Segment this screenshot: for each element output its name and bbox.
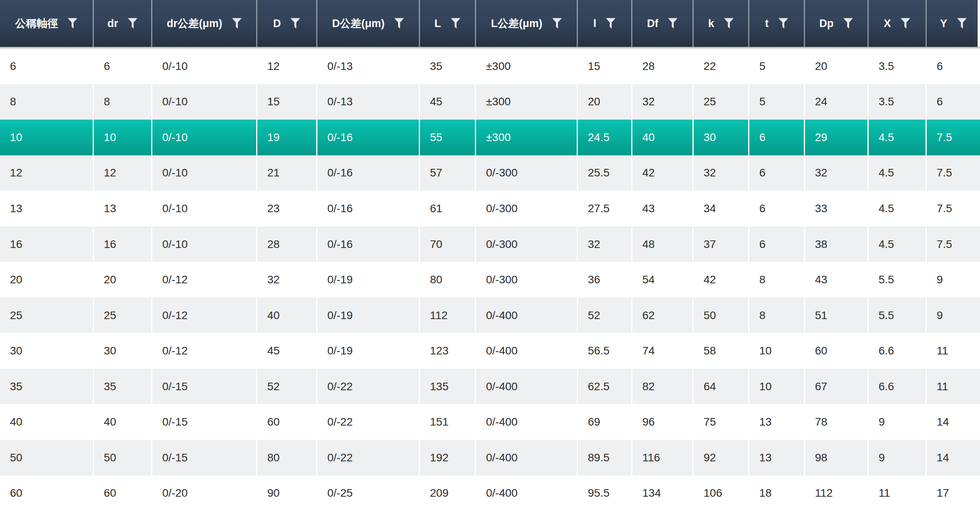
table-row[interactable]: 35350/-15520/-221350/-40062.5826410676.6… xyxy=(0,369,980,405)
column-header[interactable]: l xyxy=(578,0,632,47)
table-cell: 32 xyxy=(578,226,632,262)
table-cell: 6 xyxy=(749,226,805,262)
table-row[interactable]: 16160/-10280/-16700/-3003248376384.57.5 xyxy=(0,226,980,262)
table-cell: 43 xyxy=(805,262,869,298)
column-header[interactable]: dr xyxy=(94,0,152,47)
table-cell: 82 xyxy=(632,369,694,405)
table-cell: 0/-300 xyxy=(476,191,578,226)
table-cell: 32 xyxy=(257,262,317,298)
table-cell: 58 xyxy=(694,333,749,369)
funnel-icon[interactable] xyxy=(394,18,404,29)
table-cell: 10 xyxy=(0,120,94,155)
table-cell: 16 xyxy=(0,226,94,262)
table-row[interactable]: 12120/-10210/-16570/-30025.542326324.57.… xyxy=(0,155,980,191)
table-row[interactable]: 20200/-12320/-19800/-3003654428435.59 xyxy=(0,262,980,298)
table-cell: 0/-300 xyxy=(476,262,578,298)
table-cell: 60 xyxy=(805,333,869,369)
table-cell: 54 xyxy=(632,262,694,298)
funnel-icon[interactable] xyxy=(451,18,461,29)
column-header[interactable]: Df xyxy=(632,0,694,47)
table-cell: 0/-10 xyxy=(152,191,257,226)
table-cell: 6 xyxy=(749,191,805,226)
table-cell: 6.6 xyxy=(869,333,927,369)
table-cell: 70 xyxy=(420,226,476,262)
table-row-selected[interactable]: 10100/-10190/-1655±30024.540306294.57.5 xyxy=(0,120,980,155)
funnel-icon[interactable] xyxy=(778,18,788,29)
funnel-icon[interactable] xyxy=(290,18,300,29)
column-header-label: l xyxy=(593,17,597,30)
table-cell: 32 xyxy=(805,155,869,191)
table-row[interactable]: 880/-10150/-1345±3002032255243.56 xyxy=(0,84,980,120)
table-row[interactable]: 13130/-10230/-16610/-30027.543346334.57.… xyxy=(0,191,980,226)
table-cell: 3.5 xyxy=(869,48,927,84)
table-cell: ±300 xyxy=(476,48,578,84)
column-header[interactable]: 公稱軸徑 xyxy=(0,0,94,47)
table-cell: 0/-400 xyxy=(476,333,578,369)
column-header[interactable]: D公差(μm) xyxy=(317,0,420,47)
funnel-icon[interactable] xyxy=(724,18,734,29)
column-header-label: Y xyxy=(940,17,947,30)
table-cell: 0/-19 xyxy=(317,333,420,369)
table-cell: 9 xyxy=(869,404,927,440)
column-header[interactable]: X xyxy=(869,0,927,47)
column-header[interactable]: L公差(μm) xyxy=(476,0,578,47)
column-header[interactable]: D xyxy=(257,0,317,47)
column-header[interactable]: Dp xyxy=(805,0,869,47)
table-cell: 30 xyxy=(694,120,749,155)
table-row[interactable]: 660/-10120/-1335±3001528225203.56 xyxy=(0,48,980,84)
table-cell: 24.5 xyxy=(578,120,632,155)
table-cell: 18 xyxy=(749,476,805,511)
table-row[interactable]: 30300/-12450/-191230/-40056.5745810606.6… xyxy=(0,333,980,369)
table-cell: 12 xyxy=(94,155,152,191)
table-cell: 3.5 xyxy=(869,84,927,120)
funnel-icon[interactable] xyxy=(900,18,910,29)
table-cell: 112 xyxy=(420,298,476,333)
table-cell: 0/-400 xyxy=(476,298,578,333)
table-cell: 50 xyxy=(0,440,94,476)
column-header-label: L xyxy=(434,17,441,30)
funnel-icon[interactable] xyxy=(232,18,242,29)
table-cell: 7.5 xyxy=(927,226,980,262)
table-cell: 75 xyxy=(694,404,749,440)
table-cell: 12 xyxy=(257,48,317,84)
table-cell: 15 xyxy=(257,84,317,120)
column-header[interactable]: L xyxy=(420,0,476,47)
table-cell: 20 xyxy=(805,48,869,84)
table-cell: 32 xyxy=(632,84,694,120)
funnel-icon[interactable] xyxy=(68,18,78,29)
table-cell: 8 xyxy=(749,262,805,298)
table-cell: 29 xyxy=(805,120,869,155)
column-header-label: dr xyxy=(107,17,118,30)
table-cell: 0/-10 xyxy=(152,120,257,155)
table-cell: 25 xyxy=(94,298,152,333)
table-cell: 0/-20 xyxy=(152,476,257,511)
column-header[interactable]: Y xyxy=(927,0,980,47)
table-cell: 17 xyxy=(927,476,980,511)
funnel-icon[interactable] xyxy=(843,18,853,29)
funnel-icon[interactable] xyxy=(606,18,616,29)
funnel-icon[interactable] xyxy=(668,18,678,29)
table-cell: 6 xyxy=(0,48,94,84)
table-cell: 57 xyxy=(420,155,476,191)
column-header[interactable]: dr公差(μm) xyxy=(152,0,257,47)
column-header[interactable]: t xyxy=(749,0,805,47)
table-cell: 0/-10 xyxy=(152,155,257,191)
table-cell: 151 xyxy=(420,404,476,440)
table-cell: ±300 xyxy=(476,120,578,155)
funnel-icon[interactable] xyxy=(128,18,138,29)
table-cell: 134 xyxy=(632,476,694,511)
table-cell: 30 xyxy=(0,333,94,369)
table-cell: 90 xyxy=(257,476,317,511)
table-cell: 21 xyxy=(257,155,317,191)
table-row[interactable]: 40400/-15600/-221510/-4006996751378914 xyxy=(0,404,980,440)
table-cell: 51 xyxy=(805,298,869,333)
table-cell: 6 xyxy=(749,155,805,191)
column-header[interactable]: k xyxy=(694,0,749,47)
table-cell: 8 xyxy=(749,298,805,333)
table-cell: 35 xyxy=(94,369,152,405)
funnel-icon[interactable] xyxy=(552,18,562,29)
table-row[interactable]: 60600/-20900/-252090/-40095.513410618112… xyxy=(0,476,980,511)
funnel-icon[interactable] xyxy=(957,18,967,29)
table-row[interactable]: 25250/-12400/-191120/-4005262508515.59 xyxy=(0,298,980,333)
table-row[interactable]: 50500/-15800/-221920/-40089.511692139891… xyxy=(0,440,980,476)
